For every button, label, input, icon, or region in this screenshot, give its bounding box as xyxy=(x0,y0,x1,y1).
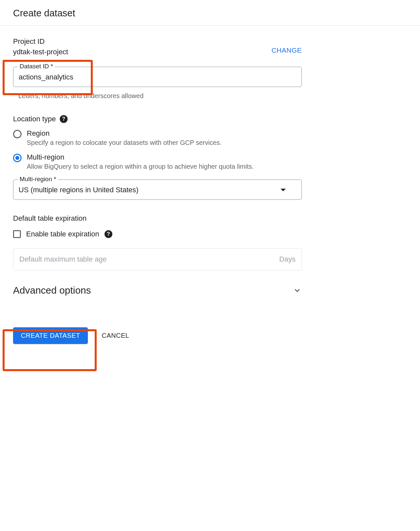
page-title: Create dataset xyxy=(0,0,420,26)
help-icon[interactable]: ? xyxy=(60,115,68,123)
max-table-age-unit: Days xyxy=(279,255,296,264)
change-project-button[interactable]: CHANGE xyxy=(271,37,302,54)
dropdown-caret-icon xyxy=(281,189,286,191)
multi-region-select-label: Multi-region * xyxy=(18,176,58,183)
dataset-id-input[interactable] xyxy=(13,67,302,87)
location-type-label: Location type xyxy=(13,115,56,123)
advanced-options-title: Advanced options xyxy=(13,285,91,296)
dataset-id-field: Dataset ID * xyxy=(13,67,302,87)
project-id-value: ydtak-test-project xyxy=(13,48,68,56)
enable-expiration-label: Enable table expiration xyxy=(26,230,99,238)
enable-expiration-row: Enable table expiration ? xyxy=(13,230,302,238)
multi-region-select-wrap: Multi-region * US (multiple regions in U… xyxy=(13,180,302,200)
max-table-age-placeholder: Default maximum table age xyxy=(19,255,107,264)
enable-expiration-checkbox[interactable] xyxy=(13,230,21,238)
radio-multi-region-input[interactable] xyxy=(13,154,22,162)
create-dataset-button[interactable]: CREATE DATASET xyxy=(13,327,88,344)
radio-multi-region-desc: Allow BigQuery to select a region within… xyxy=(27,163,254,170)
radio-region[interactable]: Region Specify a region to colocate your… xyxy=(13,129,302,146)
help-icon[interactable]: ? xyxy=(105,230,112,238)
max-table-age-input[interactable]: Default maximum table age Days xyxy=(13,248,302,270)
action-row: CREATE DATASET CANCEL xyxy=(13,327,302,344)
table-expiration-heading: Default table expiration xyxy=(13,214,302,223)
project-id-label: Project ID xyxy=(13,37,68,46)
radio-region-desc: Specify a region to colocate your datase… xyxy=(27,139,222,146)
cancel-button[interactable]: CANCEL xyxy=(102,332,129,339)
chevron-down-icon xyxy=(293,286,302,295)
project-id-row: Project ID ydtak-test-project CHANGE xyxy=(13,37,302,56)
radio-multi-region[interactable]: Multi-region Allow BigQuery to select a … xyxy=(13,153,302,170)
radio-multi-region-title: Multi-region xyxy=(27,153,254,162)
radio-region-title: Region xyxy=(27,129,222,138)
multi-region-select-value: US (multiple regions in United States) xyxy=(19,186,138,194)
advanced-options-toggle[interactable]: Advanced options xyxy=(13,285,302,296)
dataset-id-helper: Letters, numbers, and underscores allowe… xyxy=(13,89,302,100)
radio-region-input[interactable] xyxy=(13,130,22,138)
location-type-heading: Location type ? xyxy=(13,115,302,123)
dataset-id-label: Dataset ID * xyxy=(18,63,55,70)
